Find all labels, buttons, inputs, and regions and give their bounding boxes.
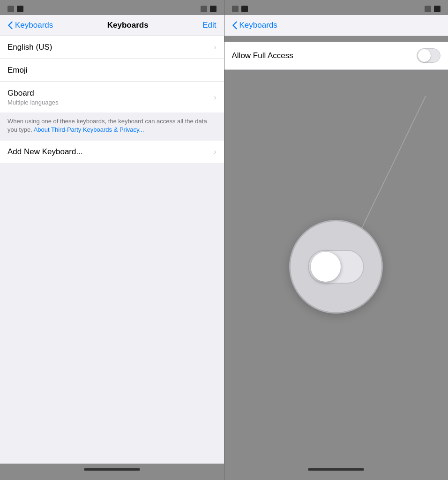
zoomed-toggle-thumb bbox=[311, 252, 341, 282]
left-home-bar bbox=[84, 468, 140, 471]
zoom-circle bbox=[289, 220, 383, 314]
back-label: Keyboards bbox=[15, 21, 53, 30]
left-status-bar bbox=[0, 0, 224, 15]
gboard-item[interactable]: Gboard Multiple languages › bbox=[0, 82, 224, 112]
right-nav-bar: Keyboards Edit bbox=[224, 15, 448, 36]
right-status-dot-3 bbox=[425, 6, 431, 12]
toggle-thumb bbox=[418, 49, 431, 62]
add-chevron-icon: › bbox=[214, 148, 216, 156]
right-status-dot-1 bbox=[232, 6, 239, 12]
keyboards-list-section: English (US) › Emoji Gboard Multiple lan… bbox=[0, 36, 224, 112]
left-nav-bar: Keyboards Keyboards Edit bbox=[0, 15, 224, 36]
privacy-link[interactable]: About Third-Party Keyboards & Privacy... bbox=[34, 126, 144, 133]
gboard-subtitle: Multiple languages bbox=[7, 99, 210, 106]
left-phone-panel: Keyboards Keyboards Edit English (US) › … bbox=[0, 0, 224, 480]
status-dot-4 bbox=[210, 6, 217, 12]
right-main-area bbox=[224, 70, 448, 464]
status-dot-3 bbox=[201, 6, 207, 12]
gboard-chevron-icon: › bbox=[214, 93, 216, 102]
zoomed-toggle bbox=[308, 250, 364, 284]
keyboards-privacy-note: When using one of these keyboards, the k… bbox=[0, 112, 224, 141]
add-keyboard-title: Add New Keyboard... bbox=[7, 147, 210, 157]
nav-title: Keyboards bbox=[107, 21, 149, 30]
right-home-bar bbox=[308, 468, 364, 471]
english-us-item[interactable]: English (US) › bbox=[0, 36, 224, 59]
right-status-bar bbox=[224, 0, 448, 15]
right-status-dot-4 bbox=[434, 6, 441, 12]
left-home-indicator bbox=[0, 464, 224, 480]
right-back-button[interactable]: Keyboards bbox=[232, 21, 277, 30]
zoom-annotation-container bbox=[224, 70, 448, 464]
back-button[interactable]: Keyboards bbox=[7, 21, 53, 30]
left-content: English (US) › Emoji Gboard Multiple lan… bbox=[0, 36, 224, 464]
add-keyboard-item[interactable]: Add New Keyboard... › bbox=[0, 141, 224, 163]
status-dot-1 bbox=[7, 6, 14, 12]
allow-full-access-section: Allow Full Access bbox=[224, 42, 448, 70]
allow-full-access-label: Allow Full Access bbox=[232, 51, 417, 60]
add-keyboard-section: Add New Keyboard... › bbox=[0, 141, 224, 163]
edit-button[interactable]: Edit bbox=[202, 21, 216, 30]
right-home-indicator bbox=[224, 464, 448, 480]
status-dot-2 bbox=[17, 6, 23, 12]
right-back-label: Keyboards bbox=[239, 21, 277, 30]
chevron-icon: › bbox=[214, 43, 216, 52]
allow-full-access-toggle[interactable] bbox=[417, 48, 441, 63]
gboard-title: Gboard bbox=[7, 89, 210, 98]
right-phone-panel: Keyboards Edit Allow Full Access bbox=[224, 0, 448, 480]
emoji-item[interactable]: Emoji bbox=[0, 59, 224, 82]
english-us-title: English (US) bbox=[7, 43, 210, 52]
emoji-title: Emoji bbox=[7, 66, 217, 75]
right-top-spacer bbox=[224, 36, 448, 42]
right-status-dot-2 bbox=[241, 6, 248, 12]
